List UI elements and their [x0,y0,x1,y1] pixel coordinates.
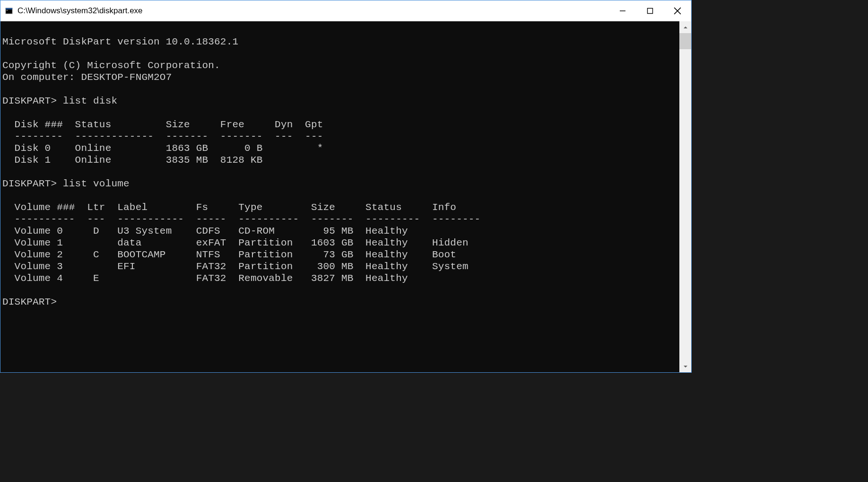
window-title: C:\Windows\system32\diskpart.exe [17,6,609,16]
terminal-output[interactable]: Microsoft DiskPart version 10.0.18362.1 … [0,21,679,372]
maximize-button[interactable] [636,0,664,21]
scroll-thumb[interactable] [679,33,691,49]
titlebar[interactable]: C:\Windows\system32\diskpart.exe [0,0,691,21]
content-area: Microsoft DiskPart version 10.0.18362.1 … [0,21,691,372]
svg-rect-2 [7,10,8,11]
scroll-track[interactable] [679,33,691,360]
svg-rect-1 [6,8,12,9]
window-controls [609,0,691,21]
scroll-down-button[interactable] [679,360,691,372]
scrollbar[interactable] [679,21,691,372]
svg-rect-4 [648,9,653,14]
close-button[interactable] [664,0,691,21]
scroll-up-button[interactable] [679,21,691,33]
minimize-button[interactable] [609,0,636,21]
terminal-icon [4,6,14,16]
app-window: C:\Windows\system32\diskpart.exe Microso… [0,0,692,373]
